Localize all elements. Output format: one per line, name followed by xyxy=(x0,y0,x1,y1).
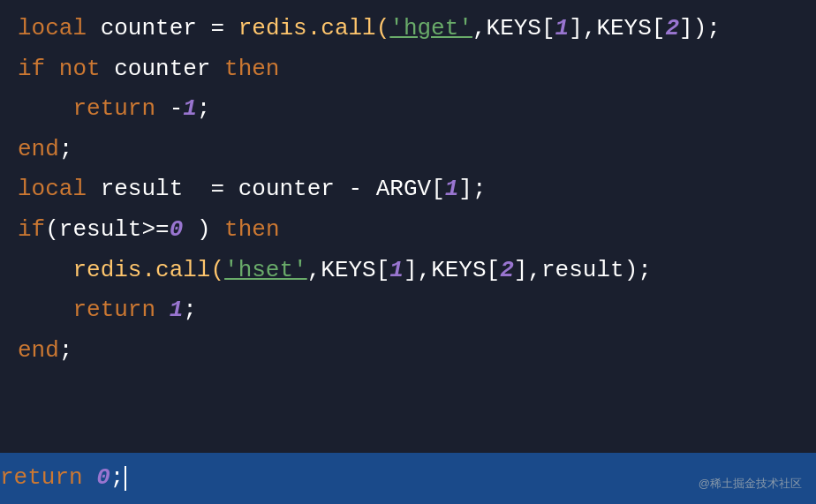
last-code-line: return 0; xyxy=(0,453,816,504)
code-line-line8: return 1; xyxy=(18,290,798,331)
token-op: [ xyxy=(541,15,555,41)
token-op: ; xyxy=(183,297,197,323)
code-lines: local counter = redis.call('hget',KEYS[1… xyxy=(18,9,798,371)
token-num: 1 xyxy=(183,95,197,122)
token-kw-local: local xyxy=(18,15,101,41)
code-line-line7: redis.call('hset',KEYS[1],KEYS[2],result… xyxy=(18,251,798,291)
token-str: 'hset' xyxy=(224,257,307,283)
watermark: @稀土掘金技术社区 xyxy=(699,475,802,493)
token-var: counter xyxy=(114,56,224,82)
token-kw-then: then xyxy=(224,216,279,243)
token-kw-return: return xyxy=(72,95,169,122)
token-var: KEYS xyxy=(321,257,375,283)
code-line-line4: end; xyxy=(18,130,798,170)
token-num: 1 xyxy=(445,176,459,202)
token-op: ( xyxy=(45,216,59,243)
token-op: = xyxy=(210,176,238,202)
token-op: , xyxy=(472,15,487,41)
token-kw-not: not xyxy=(59,56,114,82)
last-line-content: return 0; xyxy=(0,460,124,497)
token-op: ; xyxy=(110,464,125,491)
token-var: KEYS xyxy=(487,15,541,41)
token-op: ); xyxy=(624,257,652,283)
token-var: ARGV xyxy=(376,176,431,202)
token-op: ; xyxy=(59,136,73,162)
token-plain xyxy=(18,95,72,122)
code-line-line3: return -1; xyxy=(18,89,798,130)
token-op: [ xyxy=(431,176,445,202)
token-op: ], xyxy=(514,257,541,283)
token-op: ], xyxy=(404,257,431,283)
token-op: ) xyxy=(183,216,224,243)
token-plain xyxy=(18,257,72,283)
token-var: KEYS xyxy=(596,15,651,41)
code-line-line2: if not counter then xyxy=(18,49,798,90)
token-str: 'hget' xyxy=(389,15,472,41)
token-op: - xyxy=(349,176,376,202)
token-kw-if: if xyxy=(18,56,59,82)
token-op: ], xyxy=(569,15,596,41)
code-line-line5: local result = counter - ARGV[1]; xyxy=(18,169,798,210)
token-op: - xyxy=(170,95,184,122)
token-op: >= xyxy=(141,216,169,243)
token-op: ; xyxy=(59,337,73,364)
token-num: 1 xyxy=(389,257,404,283)
token-num: 2 xyxy=(665,15,679,41)
token-func: redis.call( xyxy=(238,15,390,41)
code-line-line9: end; xyxy=(18,331,798,372)
token-op: [ xyxy=(652,15,666,41)
token-num: 2 xyxy=(500,257,514,283)
token-num: 1 xyxy=(555,15,570,41)
token-kw-then: then xyxy=(224,56,279,82)
token-kw-return: return xyxy=(0,464,96,491)
token-kw-end: end xyxy=(18,337,59,364)
token-kw-end: end xyxy=(18,136,59,162)
token-plain xyxy=(18,297,72,323)
token-var: result xyxy=(541,257,624,283)
token-op: ]; xyxy=(458,176,486,202)
token-func: redis.call( xyxy=(72,257,224,283)
token-op: [ xyxy=(487,257,501,283)
code-line-line6: if(result>=0 ) then xyxy=(18,210,798,251)
token-op: ; xyxy=(197,95,211,122)
token-var: counter xyxy=(238,176,349,202)
code-line-line1: local counter = redis.call('hget',KEYS[1… xyxy=(18,9,798,49)
token-op: , xyxy=(307,257,321,283)
token-kw-if: if xyxy=(18,216,45,243)
token-num: 1 xyxy=(170,297,184,323)
code-editor: local counter = redis.call('hget',KEYS[1… xyxy=(0,0,816,504)
token-num: 0 xyxy=(170,216,184,243)
token-op: [ xyxy=(376,257,390,283)
token-var: result xyxy=(59,216,142,243)
token-kw-local: local xyxy=(18,176,101,202)
token-num: 0 xyxy=(96,464,110,491)
token-var: KEYS xyxy=(431,257,486,283)
text-cursor xyxy=(125,466,126,491)
token-kw-return: return xyxy=(72,297,169,323)
token-op: = xyxy=(210,15,238,41)
token-op: ]); xyxy=(679,15,721,41)
token-var: counter xyxy=(101,15,211,41)
token-var: result xyxy=(101,176,211,202)
